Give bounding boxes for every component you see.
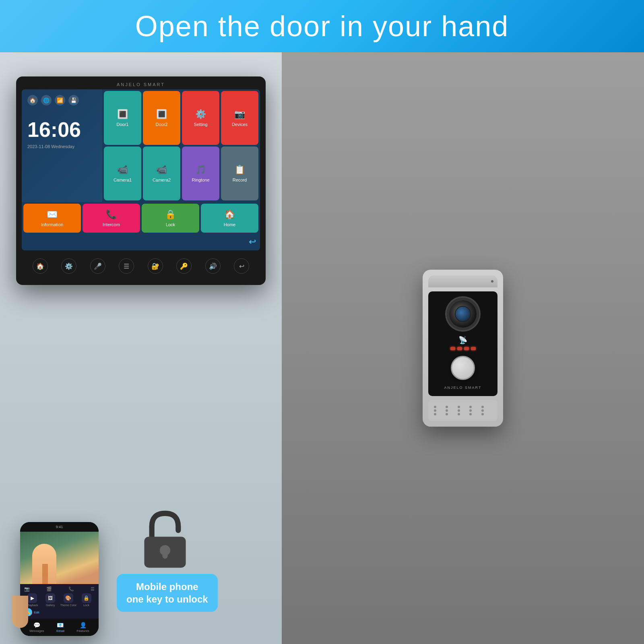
phone-app-theme[interactable]: 🎨 Theme Color <box>60 593 77 607</box>
door2-icon: 🔳 <box>156 109 167 120</box>
unlock-icon <box>137 510 193 570</box>
tile-record-label: Record <box>233 178 247 182</box>
screen-top: 🏠 🌐 📶 💾 16:06 2023-11-08 Wednesday 🔳 Doo… <box>22 89 260 202</box>
tile-camera2-label: Camera2 <box>153 178 171 182</box>
setting-icon: ⚙️ <box>195 109 206 120</box>
home-icon[interactable]: 🏠 <box>27 95 38 105</box>
doorbell-call-button[interactable] <box>451 356 475 380</box>
speaker-dot <box>469 413 472 415</box>
lock-icon: 🔒 <box>165 209 176 220</box>
unlock-text-line1: Mobile phone <box>126 580 208 593</box>
phone-time: 9:41 <box>56 525 63 529</box>
messages-label: Messages <box>29 629 44 633</box>
phone-app-gallery[interactable]: 🖼 Gallery <box>42 593 59 607</box>
phone-app-lock[interactable]: 🔒 Lock <box>78 593 95 607</box>
tile-camera1-label: Camera1 <box>114 178 132 182</box>
doorbell-unit: 📡 ANJELO SMART <box>423 270 503 427</box>
tile-lock-label: Lock <box>166 222 175 227</box>
speaker-dot <box>481 406 484 408</box>
tile-intercom[interactable]: 📞 Intercom <box>83 204 140 233</box>
main-content: ANJELO SMART 🏠 🌐 📶 💾 16:06 2023-11-08 We… <box>0 52 644 644</box>
speaker-dot <box>446 406 448 408</box>
tile-door1[interactable]: 🔳 Door1 <box>104 91 141 145</box>
phone-hand: 9:41 📷 � <box>12 522 105 636</box>
rfid-area: 📡 <box>432 336 493 350</box>
app-grid: 🔳 Door1 🔳 Door2 ⚙️ Setting 📷 <box>102 89 260 202</box>
phone-container: 9:41 📷 � <box>12 522 105 636</box>
save-icon[interactable]: 💾 <box>68 95 79 105</box>
phone-notch-bar: 9:41 <box>20 522 99 532</box>
led-4 <box>471 347 476 350</box>
devices-icon: 📷 <box>234 109 245 120</box>
ctrl-btn-menu[interactable]: ☰ <box>119 258 134 274</box>
theme-label: Theme Color <box>60 604 76 607</box>
tile-setting[interactable]: ⚙️ Setting <box>182 91 219 145</box>
wifi-icon[interactable]: 📶 <box>55 95 65 105</box>
speaker-dot <box>481 409 484 412</box>
edit-label: Edit <box>34 611 39 614</box>
phone-ctrl-1[interactable]: 📷 <box>24 586 30 592</box>
screen-clock-area: 🏠 🌐 📶 💾 16:06 2023-11-08 Wednesday <box>22 89 102 202</box>
doorbell-speaker <box>431 403 494 418</box>
mobile-phone: 9:41 📷 � <box>20 522 99 636</box>
tile-door2[interactable]: 🔳 Door2 <box>143 91 180 145</box>
tile-camera2[interactable]: 📹 Camera2 <box>143 147 180 200</box>
back-icon[interactable]: ↩ <box>249 237 256 247</box>
speaker-dot <box>446 413 448 415</box>
rfid-icon: 📡 <box>458 336 467 345</box>
tile-devices[interactable]: 📷 Devices <box>221 91 258 145</box>
camera2-icon: 📹 <box>156 165 167 175</box>
doorbell-lens <box>447 298 479 330</box>
tile-record[interactable]: 📋 Record <box>221 147 258 200</box>
tile-camera1[interactable]: 📹 Camera1 <box>104 147 141 200</box>
intercom-icon: 📞 <box>106 209 117 220</box>
email-label: Email <box>56 629 64 633</box>
screen-icons-row: 🏠 🌐 📶 💾 <box>27 95 97 105</box>
ctrl-btn-home[interactable]: 🏠 <box>33 258 48 274</box>
led-1 <box>450 347 455 350</box>
tile-home[interactable]: 🏠 Home <box>201 204 258 233</box>
tile-info-label: Information <box>41 222 63 227</box>
nav-features[interactable]: 👤 Features <box>76 622 89 633</box>
globe-icon[interactable]: 🌐 <box>41 95 52 105</box>
led-2 <box>457 347 462 350</box>
features-label: Features <box>76 629 89 633</box>
tile-ringtone[interactable]: 🎵 Ringtone <box>182 147 219 200</box>
tile-door1-label: Door1 <box>117 122 129 127</box>
phone-ctrl-3[interactable]: 📞 <box>68 586 74 592</box>
hand-silhouette <box>12 596 28 628</box>
ctrl-btn-key[interactable]: 🔑 <box>176 258 192 274</box>
ringtone-icon: 🎵 <box>195 165 206 175</box>
lock-icon-container <box>137 510 193 572</box>
record-icon: 📋 <box>234 165 245 175</box>
nav-messages[interactable]: 💬 Messages <box>29 622 44 633</box>
tile-information[interactable]: ✉️ Information <box>23 204 81 233</box>
tile-setting-label: Setting <box>194 122 207 127</box>
ctrl-btn-back[interactable]: ↩ <box>234 258 249 274</box>
right-panel: 📡 ANJELO SMART <box>282 52 644 644</box>
tile-lock[interactable]: 🔒 Lock <box>142 204 199 233</box>
phone-ctrl-4[interactable]: ☰ <box>91 586 95 592</box>
page-title: Open the door in your hand <box>135 10 509 43</box>
speaker-dot <box>458 413 460 415</box>
doorbell-top-visor <box>428 275 497 287</box>
screen-bottom: ✉️ Information 📞 Intercom 🔒 Lock 🏠 Home <box>22 202 260 234</box>
ctrl-btn-sound[interactable]: 🔊 <box>205 258 221 274</box>
clock-time: 16:06 <box>27 118 97 142</box>
phone-ctrl-2[interactable]: 🎬 <box>46 586 52 592</box>
doorbell-brand: ANJELO SMART <box>444 386 482 390</box>
ctrl-btn-lock[interactable]: 🔐 <box>148 258 163 274</box>
doorbell-speaker-area <box>428 400 497 421</box>
led-strip <box>450 347 476 350</box>
doorbell-lens-inner <box>455 306 471 322</box>
phone-bottom-nav: 💬 Messages 📧 Email 👤 Features <box>20 619 99 636</box>
tile-devices-label: Devices <box>232 122 248 127</box>
monitor-brand: ANJELO SMART <box>22 82 260 87</box>
nav-email[interactable]: 📧 Email <box>56 622 64 633</box>
ctrl-btn-settings[interactable]: ⚙️ <box>61 258 76 274</box>
messages-icon: 💬 <box>33 622 40 628</box>
tile-door2-label: Door2 <box>156 122 168 127</box>
doorbell-camera-dot <box>491 280 493 283</box>
ctrl-btn-mic[interactable]: 🎤 <box>90 258 105 274</box>
speaker-dot <box>434 406 436 408</box>
